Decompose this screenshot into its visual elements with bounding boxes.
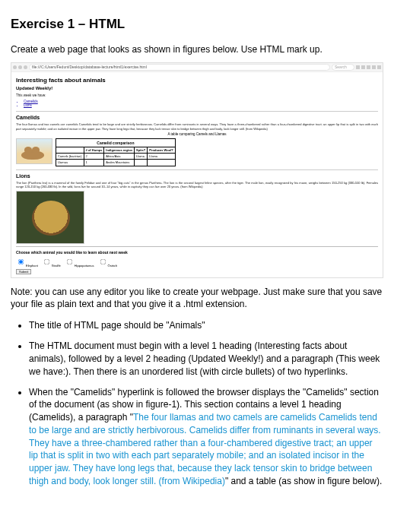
th-4: Produces Wool? xyxy=(148,147,175,154)
th-0 xyxy=(56,147,84,154)
td: Africa/Asia xyxy=(104,154,135,160)
table-caption: Camelid comparison xyxy=(56,138,176,147)
td: 2 xyxy=(84,154,104,160)
lions-paragraph: The lion (Panthera leo) is a mammal of t… xyxy=(16,181,378,188)
td: Llama xyxy=(148,154,175,160)
link-lions[interactable]: Lions xyxy=(24,103,378,108)
camelids-paragraph: The four llamas and two camels are camel… xyxy=(16,122,378,130)
intro-para: This week we have: xyxy=(16,93,378,98)
td: Llama xyxy=(135,154,148,160)
heading-2: Updated Weekly! xyxy=(16,86,378,92)
lion-image xyxy=(16,191,84,244)
reload-icon[interactable] xyxy=(24,65,27,69)
req-item-1: The title of HTML page should be "Animal… xyxy=(29,319,383,332)
browser-mock: file:///C:/Users/Feduni/Desktop/database… xyxy=(11,62,383,278)
forward-icon[interactable] xyxy=(18,65,22,69)
address-bar: file:///C:/Users/Feduni/Desktop/database… xyxy=(11,63,383,72)
radio-hippo[interactable] xyxy=(66,258,72,264)
toolbar-icons xyxy=(356,65,381,69)
td xyxy=(148,160,175,166)
page-body: Interesting facts about animals Updated … xyxy=(11,72,383,277)
requirements-list: The title of HTML page should be "Animal… xyxy=(29,319,383,488)
divider xyxy=(16,246,378,247)
opt-ostrich[interactable]: Ostrich xyxy=(98,257,118,268)
lions-heading: Lions xyxy=(16,169,378,179)
bookmark-icon[interactable] xyxy=(367,65,370,69)
addon-icon[interactable] xyxy=(356,65,360,69)
page-title: Exercise 1 – HTML xyxy=(11,17,383,32)
opt-elephant[interactable]: Elephant xyxy=(16,257,38,268)
poll-options: Elephant Giraffe Hippopotamus Ostrich xyxy=(16,257,378,268)
th-3: Spits? xyxy=(135,147,148,154)
note-text: Note: you can use any editor you like to… xyxy=(11,286,383,310)
radio-giraffe[interactable] xyxy=(43,258,49,264)
heading-1: Interesting facts about animals xyxy=(16,77,378,84)
td: Camels (bactrian) xyxy=(56,154,84,160)
camelids-heading: Camelids xyxy=(16,111,378,121)
radio-ostrich[interactable] xyxy=(100,258,106,264)
download-icon[interactable] xyxy=(372,65,376,69)
opt-giraffe[interactable]: Giraffe xyxy=(42,257,61,268)
search-field[interactable]: Search xyxy=(332,64,354,71)
menu-icon[interactable] xyxy=(377,65,381,69)
camel-image xyxy=(16,138,52,164)
intro-text: Create a web page that looks as shown in… xyxy=(11,44,383,55)
url-field[interactable]: file:///C:/Users/Feduni/Desktop/database… xyxy=(29,64,330,71)
req-3-post: " and a table (as show in figure below). xyxy=(225,476,382,486)
comparison-table: Camelid comparison # of Humps Indigenous… xyxy=(56,138,176,166)
opt-hippo[interactable]: Hippopotamus xyxy=(65,257,94,268)
td xyxy=(135,160,148,166)
poll-question: Choose which animal you would like to le… xyxy=(16,250,378,255)
submit-button[interactable]: Submit xyxy=(16,269,31,274)
link-list: Camelids Lions xyxy=(24,100,378,109)
home-icon[interactable] xyxy=(361,65,365,69)
req-item-3: When the "Camelids" hyperlink is followe… xyxy=(29,386,383,488)
td: 1 xyxy=(84,160,104,166)
td: Llamas xyxy=(56,160,84,166)
table-supercaption: A table comparing Camels and Llamas xyxy=(16,132,378,137)
radio-elephant[interactable] xyxy=(18,258,24,264)
th-2: Indigenous region xyxy=(104,147,135,154)
th-1: # of Humps xyxy=(84,147,104,154)
req-item-2: The HTML document must begin with a leve… xyxy=(29,340,383,378)
td: Andes Mountains xyxy=(104,160,135,166)
back-icon[interactable] xyxy=(13,65,17,69)
